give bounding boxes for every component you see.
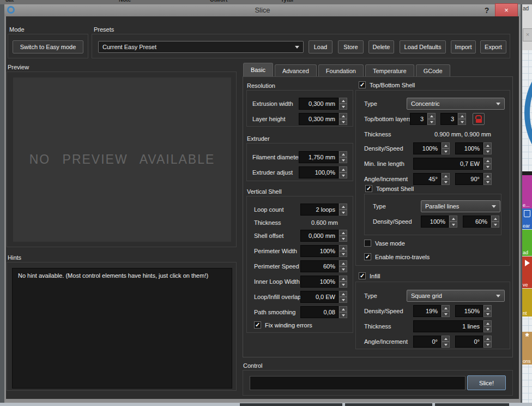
infill-angle-value[interactable]: 0° [413,336,441,348]
save-button[interactable]: ve [522,256,532,288]
spinner-down-icon[interactable] [339,172,347,178]
spinner-up-icon[interactable] [483,142,492,148]
close-button[interactable]: × [495,3,518,17]
delete-preset-button[interactable]: Delete [368,40,394,53]
tab-basic[interactable]: Basic [243,63,273,76]
min-line-length-spinbox[interactable]: 0,7 EW [413,158,492,170]
tbs-layers-2-spinbox[interactable]: 3 [440,113,466,125]
spinner-down-icon[interactable] [427,119,436,125]
spinner-up-icon[interactable] [483,158,492,164]
tbs-layers-2-value[interactable]: 3 [440,113,457,125]
infill-density-spinbox[interactable]: 19% [413,305,450,317]
store-preset-button[interactable]: Store [338,40,364,53]
tab-gcode[interactable]: GCode [416,64,450,76]
spinner-up-icon[interactable] [339,306,347,312]
shell-offset-value[interactable]: 0,000 mm [300,230,338,242]
loop-infill-overlap-value[interactable]: 0,0 EW [300,291,338,303]
shell-offset-spinbox[interactable]: 0,000 mm [300,230,347,242]
spinner-down-icon[interactable] [483,342,492,348]
inner-loop-width-value[interactable]: 100% [300,276,338,288]
taskbar-item[interactable] [240,403,342,406]
spinner-down-icon[interactable] [339,119,347,125]
spinner-up-icon[interactable] [427,113,436,119]
spinner-down-icon[interactable] [339,236,347,242]
infill-increment-spinbox[interactable]: 0° [455,336,492,348]
infill-density-value[interactable]: 19% [413,305,441,317]
load-defaults-button[interactable]: Load Defaults [400,40,446,53]
tab-foundation[interactable]: Foundation [318,64,364,76]
loop-count-value[interactable]: 2 loops [300,204,338,216]
spinner-up-icon[interactable] [442,305,450,311]
spinner-up-icon[interactable] [339,113,347,119]
tbs-angle-spinbox[interactable]: 45° [413,173,450,185]
extrusion-width-value[interactable]: 0,300 mm [299,98,338,110]
spinner-up-icon[interactable] [449,216,457,222]
infill-increment-value[interactable]: 0° [455,336,483,348]
switch-easy-mode-button[interactable]: Switch to Easy mode [13,40,83,53]
tab-temperature[interactable]: Temperature [365,64,414,76]
extruder-adjust-value[interactable]: 100,0% [299,166,338,178]
tbs-speed-spinbox[interactable]: 100% [455,142,492,154]
spinner-down-icon[interactable] [339,251,347,257]
spinner-down-icon[interactable] [458,119,466,125]
spinner-up-icon[interactable] [491,216,499,222]
spinner-down-icon[interactable] [339,157,347,163]
import-preset-button[interactable]: Import [451,40,476,53]
perimeter-speed-spinbox[interactable]: 60% [300,260,347,272]
infill-checkbox[interactable] [359,272,366,279]
spinner-up-icon[interactable] [483,173,492,179]
topmost-type-select[interactable]: Parallel lines [421,200,500,212]
spinner-down-icon[interactable] [339,282,347,288]
infill-type-select[interactable]: Square grid [407,290,505,302]
spinner-down-icon[interactable] [442,311,450,317]
load-preset-button[interactable]: Load [309,40,332,53]
loop-count-spinbox[interactable]: 2 loops [300,204,347,216]
loop-infill-overlap-spinbox[interactable]: 0,0 EW [300,291,347,303]
vase-mode-checkbox[interactable] [364,240,371,247]
spinner-down-icon[interactable] [483,179,492,185]
perimeter-width-value[interactable]: 100% [300,245,338,257]
options-button[interactable]: * ons [522,332,532,365]
print-button[interactable]: nt [522,289,532,317]
infill-thickness-value[interactable]: 1 lines [413,320,483,332]
filament-diameter-spinbox[interactable]: 1,750 mm [299,151,347,163]
toolbar-fragment-magenta[interactable]: e... [522,175,532,208]
spinner-up-icon[interactable] [339,204,347,210]
top-bottom-shell-checkbox[interactable] [359,81,366,88]
fix-winding-errors-checkbox[interactable] [254,321,261,329]
spinner-up-icon[interactable] [339,230,347,236]
titlebar[interactable]: Slice ? × [4,4,521,16]
spinner-up-icon[interactable] [483,320,492,326]
topmost-speed-value[interactable]: 60% [463,216,491,228]
inner-loop-width-spinbox[interactable]: 100% [300,276,347,288]
spinner-up-icon[interactable] [339,166,347,172]
load-button[interactable]: ad [522,230,532,256]
spinner-down-icon[interactable] [442,148,450,154]
help-button[interactable]: ? [481,5,492,16]
spinner-up-icon[interactable] [483,305,492,311]
tbs-layers-1-value[interactable]: 3 [410,113,427,125]
spinner-up-icon[interactable] [483,336,492,342]
spinner-down-icon[interactable] [483,148,492,154]
infill-thickness-spinbox[interactable]: 1 lines [413,320,492,332]
infill-speed-value[interactable]: 150% [455,305,483,317]
filament-diameter-value[interactable]: 1,750 mm [299,151,338,163]
spinner-up-icon[interactable] [442,142,450,148]
spinner-up-icon[interactable] [442,173,450,179]
spinner-down-icon[interactable] [483,164,492,170]
spinner-up-icon[interactable] [339,245,347,251]
close-icon[interactable]: × [523,28,532,41]
layers-lock-button[interactable] [473,113,485,125]
micro-travels-checkbox[interactable] [364,253,371,260]
layer-height-spinbox[interactable]: 0,300 mm [299,113,347,125]
spinner-down-icon[interactable] [339,104,347,110]
tbs-angle-value[interactable]: 45° [413,173,441,185]
topmost-speed-spinbox[interactable]: 60% [463,216,499,228]
tbs-density-spinbox[interactable]: 100% [413,142,450,154]
spinner-up-icon[interactable] [339,151,347,157]
topmost-density-value[interactable]: 100% [421,216,449,228]
spinner-down-icon[interactable] [483,326,492,332]
topmost-shell-checkbox[interactable] [365,185,372,192]
topmost-density-spinbox[interactable]: 100% [421,216,457,228]
spinner-down-icon[interactable] [449,222,457,228]
